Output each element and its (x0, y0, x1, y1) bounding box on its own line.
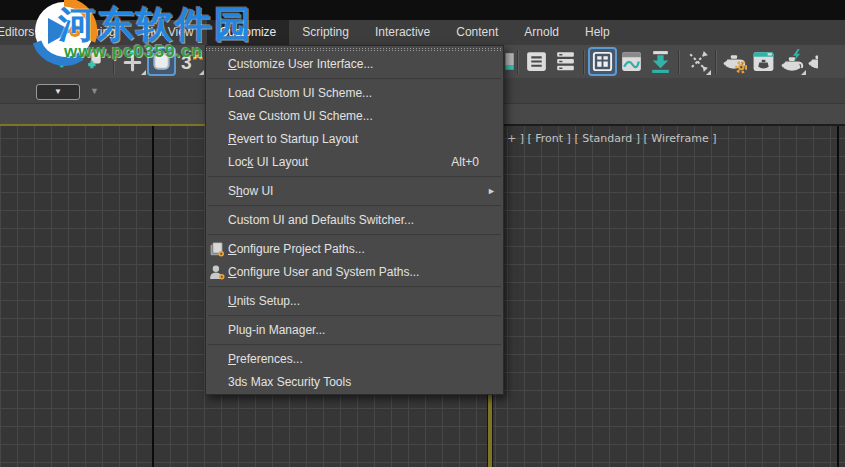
menu-separator (208, 344, 501, 346)
select-link-icon[interactable] (52, 47, 81, 76)
project-paths-icon (209, 241, 226, 258)
layer-explorer-icon[interactable] (551, 47, 580, 76)
render-partial-icon[interactable] (807, 47, 818, 76)
grid-axis-line (152, 126, 154, 467)
menu-item-show-ui[interactable]: Show UI► (206, 180, 503, 203)
menu-separator (208, 315, 501, 317)
viewport-front[interactable]: + ] [ Front ] [ Standard ] [ Wireframe ] (493, 124, 845, 467)
viewport-label[interactable]: + ] [ Front ] [ Standard ] [ Wireframe ] (507, 132, 716, 145)
menu-item-plug-in-manager-[interactable]: Plug-in Manager... (206, 319, 503, 342)
menu-item-save-custom-ui-scheme-[interactable]: Save Custom UI Scheme... (206, 105, 503, 128)
menu-item-revert-to-startup-layout[interactable]: Revert to Startup Layout (206, 128, 503, 151)
menu-item-label: Show UI (228, 184, 273, 198)
toolbar-divider (517, 50, 519, 74)
menu-item-shortcut: Alt+0 (451, 151, 479, 174)
menubar: EditorsRenderingCivil ViewCustomizeScrip… (0, 20, 845, 46)
toolbar-right-group (503, 45, 818, 78)
menubar-item-content[interactable]: Content (443, 20, 511, 45)
menu-item-label: Load Custom UI Scheme... (228, 86, 372, 100)
menu-item-custom-ui-and-defaults-switcher-[interactable]: Custom UI and Defaults Switcher... (206, 209, 503, 232)
schematic-view-icon[interactable] (683, 47, 712, 76)
select-place-icon[interactable] (118, 47, 147, 76)
menubar-item-scripting[interactable]: Scripting (289, 20, 362, 45)
menu-item-preferences-[interactable]: Preferences... (206, 348, 503, 371)
menubar-item-customize[interactable]: Customize (207, 20, 290, 45)
menu-item-label: Preferences... (228, 352, 303, 366)
snaps-toggle-icon[interactable]: 3 (176, 47, 205, 76)
ribbon-toggle-icon[interactable] (588, 47, 617, 76)
menu-separator (208, 78, 501, 80)
svg-text:3: 3 (181, 52, 192, 73)
menu-item-3ds-max-security-tools[interactable]: 3ds Max Security Tools (206, 371, 503, 394)
customize-menu-items: Customize User Interface...Load Custom U… (206, 53, 503, 394)
menu-separator (208, 176, 501, 178)
menu-separator (208, 234, 501, 236)
sliver-icon[interactable] (503, 47, 514, 76)
user-paths-icon (209, 264, 226, 281)
viewport-layout-dropdown-button[interactable]: ▼ (36, 84, 80, 100)
menubar-item-civil-view[interactable]: Civil View (129, 20, 207, 45)
menu-item-label: Custom UI and Defaults Switcher... (228, 213, 414, 227)
menu-item-label: Plug-in Manager... (228, 323, 325, 337)
curve-editor-icon[interactable] (617, 47, 646, 76)
import-arrow-icon[interactable] (646, 47, 675, 76)
render-setup-icon[interactable] (720, 47, 749, 76)
menu-separator (208, 205, 501, 207)
menubar-item-rendering[interactable]: Rendering (47, 20, 128, 45)
menu-item-label: Revert to Startup Layout (228, 132, 358, 146)
menu-item-configure-user-and-system-paths-[interactable]: Configure User and System Paths... (206, 261, 503, 284)
submenu-arrow-icon: ► (487, 180, 496, 203)
toolbar-divider (715, 50, 717, 74)
menu-item-label: Units Setup... (228, 294, 300, 308)
toolbar-divider (113, 50, 115, 74)
toolbar-divider (678, 50, 680, 74)
menu-item-lock-ui-layout[interactable]: Lock UI LayoutAlt+0 (206, 151, 503, 174)
menu-item-load-custom-ui-scheme-[interactable]: Load Custom UI Scheme... (206, 82, 503, 105)
menu-item-label: Customize User Interface... (228, 57, 373, 71)
menu-tearoff-handle[interactable] (206, 46, 503, 53)
menu-item-label: Lock UI Layout (228, 155, 308, 169)
menubar-item-arnold[interactable]: Arnold (511, 20, 572, 45)
rendered-frame-window-icon[interactable] (749, 47, 778, 76)
menu-item-label: 3ds Max Security Tools (228, 375, 351, 389)
title-bar (0, 0, 845, 20)
menu-item-label: Configure User and System Paths... (228, 265, 419, 279)
grid-axis-line (837, 126, 839, 467)
menubar-item-interactive[interactable]: Interactive (362, 20, 443, 45)
menu-item-label: Save Custom UI Scheme... (228, 109, 373, 123)
toolbar-divider (583, 50, 585, 74)
render-production-icon[interactable] (778, 47, 807, 76)
customize-menu: Customize User Interface...Load Custom U… (205, 45, 504, 395)
menu-item-units-setup-[interactable]: Units Setup... (206, 290, 503, 313)
menu-item-label: Configure Project Paths... (228, 242, 365, 256)
scene-explorer-icon[interactable] (522, 47, 551, 76)
menubar-item-editors[interactable]: Editors (0, 20, 47, 45)
menu-item-configure-project-paths-[interactable]: Configure Project Paths... (206, 238, 503, 261)
unlink-icon[interactable] (81, 47, 110, 76)
chevron-down-icon[interactable]: ▼ (90, 85, 99, 97)
menubar-item-help[interactable]: Help (572, 20, 623, 45)
menu-separator (208, 286, 501, 288)
menu-item-customize-user-interface-[interactable]: Customize User Interface... (206, 53, 503, 76)
select-object-icon[interactable] (147, 47, 176, 76)
